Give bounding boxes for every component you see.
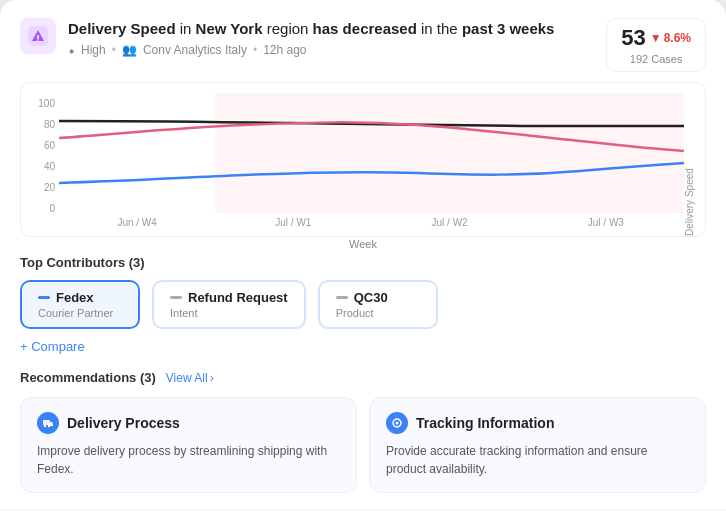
score-value: 53 ▼ 8.6%	[621, 25, 691, 51]
priority-icon: ⬥	[68, 43, 75, 57]
week-label: Week	[31, 236, 695, 256]
x-axis: Jun / W4 Jul / W1 Jul / W2 Jul / W3	[59, 213, 684, 235]
rec-card-tracking-text: Provide accurate tracking information an…	[386, 442, 689, 478]
contributor-qc30[interactable]: QC30 Product	[318, 280, 438, 329]
svg-rect-3	[215, 93, 684, 213]
rec-delivery-icon	[37, 412, 59, 434]
contributor-refund[interactable]: Refund Request Intent	[152, 280, 306, 329]
chart-area: 100 80 60 40 20 0 Jun	[31, 93, 695, 236]
rec-header: Recommendations (3) View All ›	[0, 362, 726, 391]
y-axis-title: Delivery Speed	[684, 93, 695, 236]
fedex-dot	[38, 296, 50, 299]
team-label: Conv Analytics Italy	[143, 43, 247, 57]
rec-card-tracking-title: Tracking Information	[416, 415, 554, 431]
footer: 💬 Comment 0 ☆ ⊡ ⊞	[0, 509, 726, 516]
header-left: Delivery Speed in New York region has de…	[20, 18, 554, 57]
compare-button[interactable]: + Compare	[20, 339, 85, 354]
view-all-button[interactable]: View All ›	[166, 371, 214, 385]
main-card: Delivery Speed in New York region has de…	[0, 0, 726, 516]
svg-point-7	[396, 422, 399, 425]
svg-point-4	[44, 425, 46, 427]
svg-rect-1	[37, 35, 39, 39]
svg-point-5	[48, 425, 50, 427]
score-box: 53 ▼ 8.6% 192 Cases	[606, 18, 706, 72]
team-icon: 👥	[122, 43, 137, 57]
contributors-section: Top Contributors (3) Fedex Courier Partn…	[0, 247, 726, 362]
rec-card-delivery-title: Delivery Process	[67, 415, 180, 431]
header: Delivery Speed in New York region has de…	[0, 0, 726, 82]
rec-card-tracking-header: Tracking Information	[386, 412, 689, 434]
rec-cards: Delivery Process Improve delivery proces…	[0, 391, 726, 509]
chart-container: 100 80 60 40 20 0 Jun	[20, 82, 706, 237]
header-title: Delivery Speed in New York region has de…	[68, 18, 554, 39]
alert-icon	[20, 18, 56, 54]
chart-svg	[59, 93, 684, 213]
score-cases: 192 Cases	[621, 53, 691, 65]
score-change: ▼ 8.6%	[650, 31, 691, 45]
refund-dot	[170, 296, 182, 299]
rec-card-delivery-header: Delivery Process	[37, 412, 340, 434]
header-text: Delivery Speed in New York region has de…	[68, 18, 554, 57]
rec-card-delivery-text: Improve delivery process by streamlining…	[37, 442, 340, 478]
rec-card-delivery: Delivery Process Improve delivery proces…	[20, 397, 357, 493]
header-meta: ⬥ High • 👥 Conv Analytics Italy • 12h ag…	[68, 43, 554, 57]
rec-card-tracking: Tracking Information Provide accurate tr…	[369, 397, 706, 493]
qc30-dot	[336, 296, 348, 299]
time-ago: 12h ago	[263, 43, 306, 57]
rec-tracking-icon	[386, 412, 408, 434]
priority-label: High	[81, 43, 106, 57]
contributors-title: Top Contributors (3)	[20, 255, 706, 270]
chart-content: Jun / W4 Jul / W1 Jul / W2 Jul / W3	[59, 93, 684, 236]
y-axis-labels: 100 80 60 40 20 0	[31, 93, 59, 236]
contributor-fedex[interactable]: Fedex Courier Partner	[20, 280, 140, 329]
contributors-list: Fedex Courier Partner Refund Request Int…	[20, 280, 706, 329]
rec-title: Recommendations (3)	[20, 370, 156, 385]
svg-point-2	[37, 39, 39, 41]
